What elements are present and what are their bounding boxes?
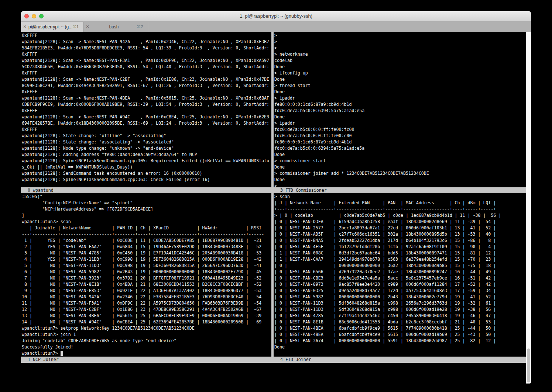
pane-caption-ncp-joiner: 1 NCP Joiner xyxy=(21,357,271,363)
tab-label: pi@raspberrypi: ~ (g... xyxy=(28,24,72,30)
pane-caption-wpantund: 0 wpantund xyxy=(21,187,271,193)
terminal-window: 1. pi@raspberrypi: ~ (gnubby-ssh) ✕ pi@r… xyxy=(21,11,531,384)
scrollbar-thumb[interactable] xyxy=(527,348,530,382)
pane-caption-row-bottom: 1 NCP Joiner 4 FTD Joiner xyxy=(21,357,526,363)
tab-ssh-session[interactable]: ✕ pi@raspberrypi: ~ (g... ⌘1 xyxy=(21,22,84,32)
close-tab-icon[interactable]: ✕ xyxy=(84,24,91,29)
tab-shortcut: ⌘2 xyxy=(137,24,148,29)
tab-bar: ✕ pi@raspberrypi: ~ (g... ⌘1 ✕ bash ⌘2 xyxy=(21,22,531,32)
pane-divider[interactable] xyxy=(271,32,274,357)
pane-wpantund-log[interactable]: 0xFFFF wpantund[2128]: Scan -> Name:NEST… xyxy=(21,32,272,188)
tab-bash[interactable]: ✕ bash ⌘2 xyxy=(84,22,148,32)
terminal-content: 0xFFFF wpantund[2128]: Scan -> Name:NEST… xyxy=(21,32,531,384)
scrollbar-track[interactable] xyxy=(526,32,531,384)
tab-label: bash xyxy=(91,24,137,30)
pane-ncp-joiner[interactable]: :55:05)" "Config:NCP:DriverName" => "spi… xyxy=(21,193,272,357)
tab-shortcut: ⌘1 xyxy=(72,24,83,29)
window-titlebar[interactable]: 1. pi@raspberrypi: ~ (gnubby-ssh) xyxy=(21,11,531,22)
block-cursor xyxy=(61,351,63,356)
pane-caption-ftd-joiner: 4 FTD Joiner xyxy=(274,357,526,363)
window-title: 1. pi@raspberrypi: ~ (gnubby-ssh) xyxy=(21,11,531,21)
pane-ftd-joiner[interactable]: > scan | J | Network Name | Extended PAN… xyxy=(274,193,527,357)
screenshot-stage: 1. pi@raspberrypi: ~ (gnubby-ssh) ✕ pi@r… xyxy=(0,0,552,392)
pane-caption-ftd-commissioner: 3 FTD Commissioner xyxy=(274,187,526,193)
pane-caption-row-middle: 0 wpantund 3 FTD Commissioner xyxy=(21,187,526,193)
close-tab-icon[interactable]: ✕ xyxy=(21,24,28,29)
pane-ftd-commissioner[interactable]: > > > > networkname codelab Done > ifcon… xyxy=(274,32,527,188)
